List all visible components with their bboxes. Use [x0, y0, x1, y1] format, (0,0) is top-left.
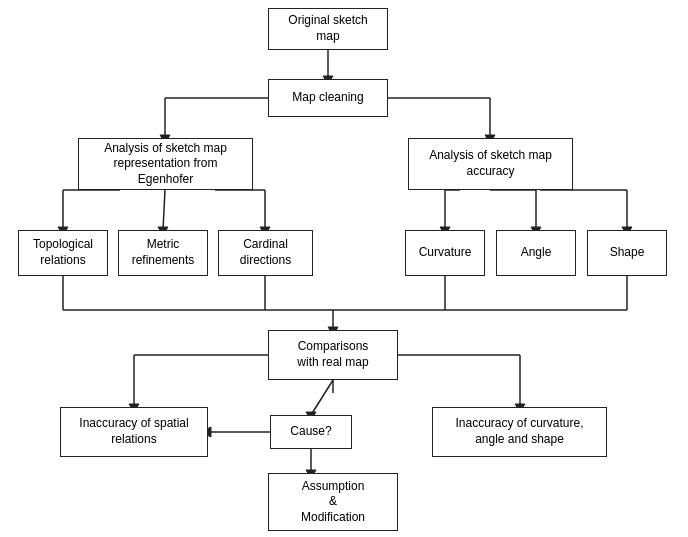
- shape-box: Shape: [587, 230, 667, 276]
- inaccuracy-curvature-box: Inaccuracy of curvature,angle and shape: [432, 407, 607, 457]
- analysis-accuracy-box: Analysis of sketch mapaccuracy: [408, 138, 573, 190]
- assumption-box: Assumption&Modification: [268, 473, 398, 531]
- curvature-box: Curvature: [405, 230, 485, 276]
- inaccuracy-spatial-box: Inaccuracy of spatialrelations: [60, 407, 208, 457]
- topological-box: Topologicalrelations: [18, 230, 108, 276]
- map-cleaning-box: Map cleaning: [268, 79, 388, 117]
- original-sketch-box: Original sketchmap: [268, 8, 388, 50]
- angle-box: Angle: [496, 230, 576, 276]
- analysis-representation-box: Analysis of sketch maprepresentation fro…: [78, 138, 253, 190]
- svg-line-11: [163, 190, 165, 230]
- cardinal-box: Cardinaldirections: [218, 230, 313, 276]
- comparisons-box: Comparisonswith real map: [268, 330, 398, 380]
- metric-box: Metricrefinements: [118, 230, 208, 276]
- flowchart: Original sketchmap Map cleaning Analysis…: [0, 0, 688, 537]
- cause-box: Cause?: [270, 415, 352, 449]
- svg-line-40: [311, 380, 333, 415]
